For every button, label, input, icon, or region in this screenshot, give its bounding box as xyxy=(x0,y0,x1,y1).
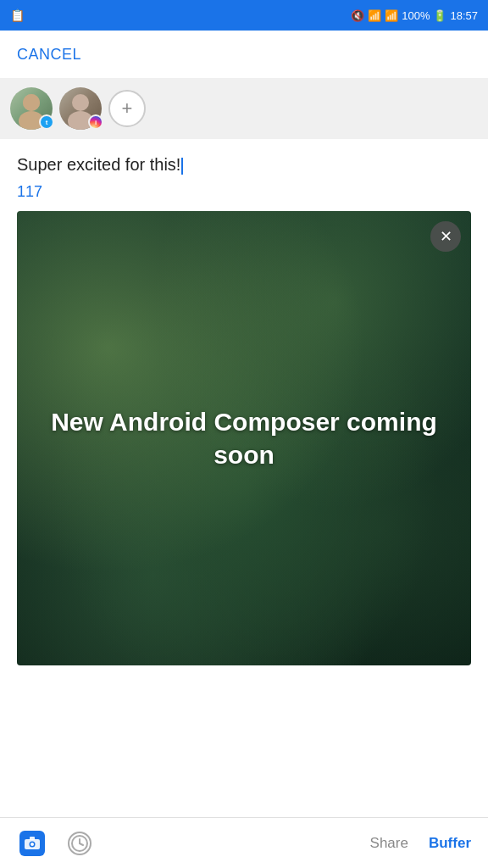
close-image-button[interactable]: ✕ xyxy=(430,221,461,252)
status-bar-left: 📋 xyxy=(10,8,25,22)
toolbar-left xyxy=(17,828,95,859)
status-bar: 📋 🔇 📶 📶 100% 🔋 18:57 xyxy=(0,0,488,31)
image-background: New Android Composer coming soon xyxy=(17,211,471,665)
clock-icon xyxy=(68,832,92,855)
char-count: 117 xyxy=(17,183,471,201)
schedule-button[interactable] xyxy=(64,828,95,859)
instagram-badge: i xyxy=(88,114,103,130)
mute-icon: 🔇 xyxy=(351,9,364,22)
account-avatar-twitter[interactable]: t xyxy=(10,87,53,130)
svg-line-11 xyxy=(80,843,83,845)
close-icon: ✕ xyxy=(440,227,452,246)
signal-icon: 📶 xyxy=(385,9,398,22)
svg-point-2 xyxy=(23,94,40,111)
camera-icon xyxy=(19,831,45,856)
wifi-icon: 📶 xyxy=(368,9,381,22)
add-account-button[interactable]: + xyxy=(108,90,146,127)
notification-icon: 📋 xyxy=(10,8,25,22)
twitter-badge: t xyxy=(39,114,54,130)
time: 18:57 xyxy=(450,9,478,22)
status-bar-right: 🔇 📶 📶 100% 🔋 18:57 xyxy=(351,9,478,22)
bottom-toolbar: Share Buffer xyxy=(0,817,488,868)
svg-rect-8 xyxy=(30,837,35,840)
share-button[interactable]: Share xyxy=(370,835,408,852)
compose-area: Super excited for this! 117 New Android … xyxy=(0,139,488,817)
compose-text-field[interactable]: Super excited for this! xyxy=(17,153,471,176)
buffer-button[interactable]: Buffer xyxy=(429,835,471,852)
image-preview: New Android Composer coming soon ✕ xyxy=(17,211,471,665)
text-cursor xyxy=(181,158,183,175)
svg-point-7 xyxy=(30,843,34,846)
camera-button[interactable] xyxy=(17,828,47,859)
action-bar: CANCEL xyxy=(0,31,488,78)
battery-percent: 100% xyxy=(402,9,430,22)
account-avatar-instagram[interactable]: i xyxy=(59,87,102,130)
toolbar-right: Share Buffer xyxy=(370,835,471,852)
image-overlay-text: New Android Composer coming soon xyxy=(17,388,471,488)
battery-icon: 🔋 xyxy=(433,9,446,22)
compose-text-content: Super excited for this! xyxy=(17,155,180,174)
accounts-row: t i + xyxy=(0,78,488,139)
cancel-button[interactable]: CANCEL xyxy=(17,46,81,64)
svg-point-3 xyxy=(72,94,89,111)
